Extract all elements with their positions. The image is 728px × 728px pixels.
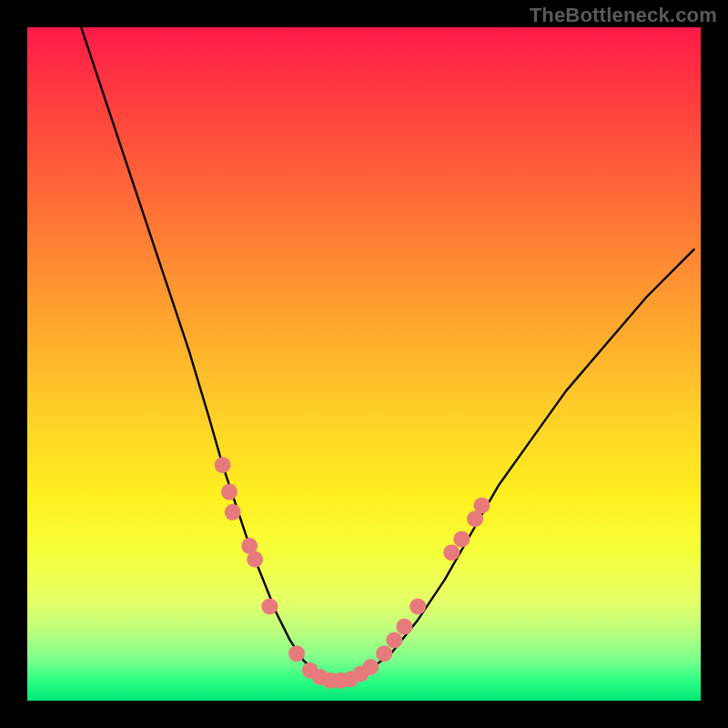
highlight-dot <box>362 659 379 675</box>
curve-layer <box>27 27 701 701</box>
highlight-dot <box>215 457 231 473</box>
bottleneck-curve <box>81 27 693 681</box>
highlight-dot <box>386 632 402 648</box>
highlight-dot <box>247 551 263 568</box>
highlight-dot <box>225 504 241 521</box>
highlight-dot <box>376 645 392 662</box>
plot-area <box>27 27 701 701</box>
highlight-dot <box>261 598 278 614</box>
highlight-dot <box>474 497 490 513</box>
highlight-dot <box>443 544 460 561</box>
highlight-dot <box>288 645 305 662</box>
highlight-dot <box>453 531 470 547</box>
highlight-dot <box>221 484 238 500</box>
highlight-dot <box>410 598 426 614</box>
highlight-dot <box>396 619 412 635</box>
watermark-text: TheBottleneck.com <box>530 4 717 27</box>
chart-frame: TheBottleneck.com <box>0 0 728 728</box>
